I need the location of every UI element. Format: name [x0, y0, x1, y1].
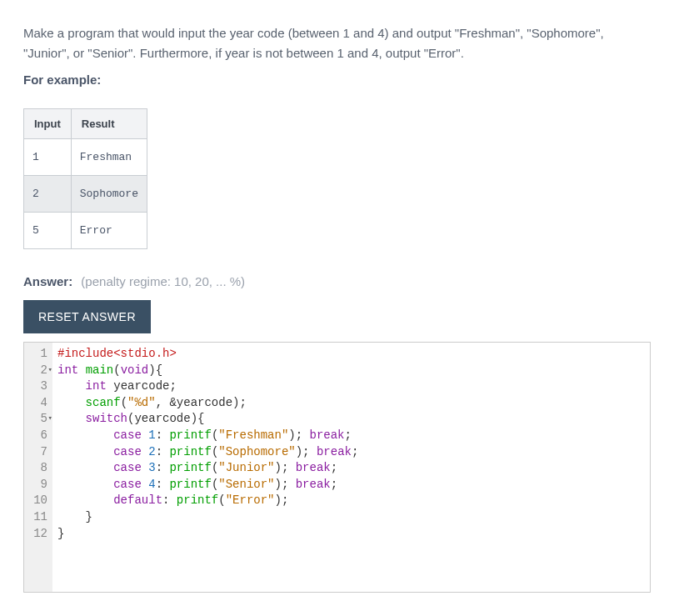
t: 4	[148, 478, 155, 491]
t: switch	[86, 412, 127, 425]
line-number: 7	[29, 444, 47, 461]
t: yearcode;	[107, 379, 177, 393]
table-header-row: Input Result	[24, 109, 147, 139]
t: "Freshman"	[218, 428, 288, 442]
question-container: Make a program that would input the year…	[0, 0, 674, 616]
answer-label: Answer:	[23, 274, 72, 288]
t: printf	[169, 478, 211, 491]
cell-input: 1	[24, 139, 72, 176]
t: }	[57, 527, 64, 540]
table-row: 2 Sophomore	[24, 176, 147, 213]
t: "Senior"	[218, 478, 274, 491]
cell-result: Sophomore	[71, 176, 147, 213]
t: , &yearcode);	[156, 396, 247, 409]
header-result: Result	[71, 109, 147, 139]
t: 2	[148, 445, 155, 458]
t: case	[113, 478, 142, 491]
t: void	[121, 363, 149, 377]
question-description: Make a program that would input the year…	[23, 23, 651, 90]
line-number: 8	[29, 460, 47, 477]
t: break	[317, 445, 352, 458]
t: printf	[169, 428, 211, 442]
cell-result: Freshman	[71, 139, 147, 176]
example-label: For example:	[23, 70, 651, 90]
line-number: 11	[29, 509, 47, 526]
t: <stdio.h>	[113, 347, 177, 360]
line-number: 9	[29, 477, 47, 493]
t: break	[310, 428, 345, 442]
line-number: 12	[29, 526, 47, 543]
code-editor[interactable]: 1 2 3 4 5 6 7 8 9 10 11 12 #include<stdi…	[23, 342, 651, 593]
t: printf	[169, 461, 211, 474]
t: 3	[148, 461, 155, 474]
code-text[interactable]: #include<stdio.h> int main(void){ int ye…	[52, 343, 650, 592]
description-text: Make a program that would input the year…	[23, 26, 604, 60]
t: ){	[148, 363, 162, 377]
t: #include	[57, 347, 113, 360]
t: printf	[177, 493, 218, 507]
t: break	[296, 478, 331, 491]
cell-result: Error	[71, 213, 147, 249]
table-row: 1 Freshman	[24, 139, 147, 176]
line-number: 10	[29, 493, 47, 509]
header-input: Input	[24, 109, 72, 139]
t: scanf	[86, 396, 121, 409]
line-number: 6	[29, 428, 47, 444]
t: 1	[148, 428, 155, 442]
t: case	[113, 445, 142, 458]
t: printf	[169, 445, 211, 458]
t: "%d"	[127, 396, 156, 409]
t: "Error"	[226, 493, 275, 507]
t: case	[113, 428, 142, 442]
reset-answer-button[interactable]: RESET ANSWER	[23, 300, 151, 333]
line-number: 3	[29, 378, 47, 395]
t: case	[113, 461, 142, 474]
example-table: Input Result 1 Freshman 2 Sophomore 5 Er…	[23, 108, 147, 249]
t: "Sophomore"	[218, 445, 295, 458]
t: default	[113, 493, 162, 507]
t: }	[57, 510, 92, 523]
line-number: 1	[29, 346, 47, 363]
line-gutter: 1 2 3 4 5 6 7 8 9 10 11 12	[24, 343, 52, 592]
t: break	[296, 461, 331, 474]
table-row: 5 Error	[24, 213, 147, 249]
cell-input: 2	[24, 176, 72, 213]
cell-input: 5	[24, 213, 72, 249]
t: int	[57, 363, 78, 377]
line-number: 4	[29, 395, 47, 412]
penalty-text: (penalty regime: 10, 20, ... %)	[81, 274, 245, 288]
answer-row: Answer: (penalty regime: 10, 20, ... %)	[23, 274, 651, 288]
t: int	[86, 379, 107, 393]
t: "Junior"	[218, 461, 274, 474]
t: (yearcode){	[127, 412, 204, 425]
line-number: 5	[29, 411, 47, 428]
t: main	[86, 363, 114, 377]
line-number: 2	[29, 363, 47, 379]
